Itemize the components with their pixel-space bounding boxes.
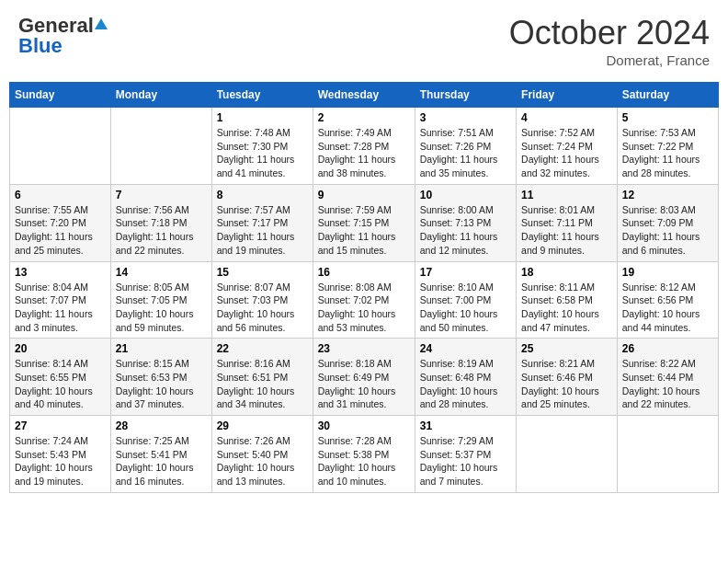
day-number: 8	[217, 189, 308, 201]
day-number: 16	[318, 266, 410, 279]
calendar-cell: 29 Sunrise: 7:26 AMSunset: 5:40 PMDaylig…	[211, 416, 313, 493]
calendar-cell	[617, 416, 718, 493]
calendar-cell: 19 Sunrise: 8:12 AMSunset: 6:56 PMDaylig…	[617, 261, 718, 339]
day-number: 12	[622, 189, 713, 201]
calendar-cell: 3 Sunrise: 7:51 AMSunset: 7:26 PMDayligh…	[415, 108, 516, 185]
day-info: Sunrise: 8:12 AMSunset: 6:56 PMDaylight:…	[622, 281, 713, 335]
day-number: 31	[420, 419, 511, 432]
day-info: Sunrise: 8:00 AMSunset: 7:13 PMDaylight:…	[420, 203, 511, 258]
day-info: Sunrise: 8:05 AMSunset: 7:05 PMDaylight:…	[116, 281, 207, 335]
day-info: Sunrise: 8:01 AMSunset: 7:11 PMDaylight:…	[521, 203, 612, 258]
calendar-cell	[10, 108, 111, 185]
calendar-cell: 1 Sunrise: 7:48 AMSunset: 7:30 PMDayligh…	[211, 108, 313, 185]
month-title: October 2024	[509, 14, 710, 52]
day-info: Sunrise: 7:25 AMSunset: 5:41 PMDaylight:…	[116, 434, 207, 488]
day-info: Sunrise: 8:10 AMSunset: 7:00 PMDaylight:…	[420, 281, 511, 335]
day-info: Sunrise: 7:28 AMSunset: 5:38 PMDaylight:…	[318, 434, 410, 488]
day-number: 9	[318, 189, 410, 201]
day-number: 3	[420, 111, 511, 124]
calendar-week-row: 6 Sunrise: 7:55 AMSunset: 7:20 PMDayligh…	[10, 184, 719, 261]
calendar-cell: 16 Sunrise: 8:08 AMSunset: 7:02 PMDaylig…	[313, 261, 415, 339]
calendar-cell: 15 Sunrise: 8:07 AMSunset: 7:03 PMDaylig…	[211, 261, 313, 339]
calendar-table: SundayMondayTuesdayWednesdayThursdayFrid…	[9, 82, 719, 493]
weekday-header: Friday	[517, 83, 618, 108]
day-info: Sunrise: 7:53 AMSunset: 7:22 PMDaylight:…	[622, 126, 713, 180]
calendar-cell: 28 Sunrise: 7:25 AMSunset: 5:41 PMDaylig…	[110, 416, 211, 493]
day-info: Sunrise: 8:19 AMSunset: 6:48 PMDaylight:…	[420, 357, 511, 411]
day-number: 2	[318, 111, 410, 124]
day-number: 11	[521, 189, 612, 201]
logo-triangle-icon	[95, 18, 108, 29]
calendar-cell: 31 Sunrise: 7:29 AMSunset: 5:37 PMDaylig…	[415, 416, 516, 493]
day-number: 20	[15, 342, 106, 355]
calendar-cell: 30 Sunrise: 7:28 AMSunset: 5:38 PMDaylig…	[313, 416, 415, 493]
calendar-cell: 24 Sunrise: 8:19 AMSunset: 6:48 PMDaylig…	[415, 339, 516, 416]
day-info: Sunrise: 8:18 AMSunset: 6:49 PMDaylight:…	[318, 357, 410, 411]
day-info: Sunrise: 8:16 AMSunset: 6:51 PMDaylight:…	[217, 357, 308, 411]
logo: General Blue	[18, 14, 109, 58]
calendar-cell: 18 Sunrise: 8:11 AMSunset: 6:58 PMDaylig…	[517, 261, 618, 339]
calendar-cell: 20 Sunrise: 8:14 AMSunset: 6:55 PMDaylig…	[10, 339, 111, 416]
logo-blue: Blue	[18, 34, 63, 58]
calendar-cell: 22 Sunrise: 8:16 AMSunset: 6:51 PMDaylig…	[211, 339, 313, 416]
calendar-cell: 2 Sunrise: 7:49 AMSunset: 7:28 PMDayligh…	[313, 108, 415, 185]
calendar-week-row: 20 Sunrise: 8:14 AMSunset: 6:55 PMDaylig…	[10, 339, 719, 416]
day-info: Sunrise: 8:22 AMSunset: 6:44 PMDaylight:…	[622, 357, 713, 411]
calendar-cell: 17 Sunrise: 8:10 AMSunset: 7:00 PMDaylig…	[415, 261, 516, 339]
weekday-header: Saturday	[617, 83, 718, 108]
calendar-cell: 11 Sunrise: 8:01 AMSunset: 7:11 PMDaylig…	[517, 184, 618, 261]
calendar-cell: 14 Sunrise: 8:05 AMSunset: 7:05 PMDaylig…	[110, 261, 211, 339]
calendar-week-row: 1 Sunrise: 7:48 AMSunset: 7:30 PMDayligh…	[10, 108, 719, 185]
calendar-cell: 13 Sunrise: 8:04 AMSunset: 7:07 PMDaylig…	[10, 261, 111, 339]
calendar-cell: 26 Sunrise: 8:22 AMSunset: 6:44 PMDaylig…	[617, 339, 718, 416]
day-info: Sunrise: 7:26 AMSunset: 5:40 PMDaylight:…	[217, 434, 308, 488]
day-info: Sunrise: 8:11 AMSunset: 6:58 PMDaylight:…	[521, 281, 612, 335]
page-header: General Blue October 2024 Domerat, Franc…	[9, 9, 719, 73]
day-info: Sunrise: 7:57 AMSunset: 7:17 PMDaylight:…	[217, 203, 308, 258]
day-info: Sunrise: 8:07 AMSunset: 7:03 PMDaylight:…	[217, 281, 308, 335]
day-number: 22	[217, 342, 308, 355]
calendar-cell: 12 Sunrise: 8:03 AMSunset: 7:09 PMDaylig…	[617, 184, 718, 261]
calendar-week-row: 27 Sunrise: 7:24 AMSunset: 5:43 PMDaylig…	[10, 416, 719, 493]
day-number: 14	[116, 266, 207, 279]
day-number: 24	[420, 342, 511, 355]
day-number: 6	[15, 189, 106, 201]
day-number: 17	[420, 266, 511, 279]
day-info: Sunrise: 8:15 AMSunset: 6:53 PMDaylight:…	[116, 357, 207, 411]
day-info: Sunrise: 7:52 AMSunset: 7:24 PMDaylight:…	[521, 126, 612, 180]
day-number: 5	[622, 111, 713, 124]
day-info: Sunrise: 7:51 AMSunset: 7:26 PMDaylight:…	[420, 126, 511, 180]
weekday-header: Monday	[110, 83, 211, 108]
day-number: 1	[217, 111, 308, 124]
day-number: 27	[15, 419, 106, 432]
day-info: Sunrise: 7:24 AMSunset: 5:43 PMDaylight:…	[15, 434, 106, 488]
calendar-cell	[110, 108, 211, 185]
calendar-cell: 21 Sunrise: 8:15 AMSunset: 6:53 PMDaylig…	[110, 339, 211, 416]
day-number: 19	[622, 266, 713, 279]
day-number: 30	[318, 419, 410, 432]
calendar-cell: 9 Sunrise: 7:59 AMSunset: 7:15 PMDayligh…	[313, 184, 415, 261]
calendar-cell: 23 Sunrise: 8:18 AMSunset: 6:49 PMDaylig…	[313, 339, 415, 416]
calendar-cell: 6 Sunrise: 7:55 AMSunset: 7:20 PMDayligh…	[10, 184, 111, 261]
day-number: 10	[420, 189, 511, 201]
day-number: 28	[116, 419, 207, 432]
calendar-cell: 8 Sunrise: 7:57 AMSunset: 7:17 PMDayligh…	[211, 184, 313, 261]
day-number: 13	[15, 266, 106, 279]
day-info: Sunrise: 7:48 AMSunset: 7:30 PMDaylight:…	[217, 126, 308, 180]
calendar-cell: 27 Sunrise: 7:24 AMSunset: 5:43 PMDaylig…	[10, 416, 111, 493]
day-info: Sunrise: 8:04 AMSunset: 7:07 PMDaylight:…	[15, 281, 106, 335]
day-number: 15	[217, 266, 308, 279]
day-number: 4	[521, 111, 612, 124]
weekday-header: Thursday	[415, 83, 516, 108]
calendar-cell: 25 Sunrise: 8:21 AMSunset: 6:46 PMDaylig…	[517, 339, 618, 416]
day-info: Sunrise: 7:55 AMSunset: 7:20 PMDaylight:…	[15, 203, 106, 258]
calendar-cell: 4 Sunrise: 7:52 AMSunset: 7:24 PMDayligh…	[517, 108, 618, 185]
weekday-header: Tuesday	[211, 83, 313, 108]
day-number: 29	[217, 419, 308, 432]
title-area: October 2024 Domerat, France	[509, 14, 710, 68]
day-info: Sunrise: 8:21 AMSunset: 6:46 PMDaylight:…	[521, 357, 612, 411]
location: Domerat, France	[509, 52, 710, 68]
weekday-header: Sunday	[10, 83, 111, 108]
day-info: Sunrise: 7:59 AMSunset: 7:15 PMDaylight:…	[318, 203, 410, 258]
day-info: Sunrise: 7:56 AMSunset: 7:18 PMDaylight:…	[116, 203, 207, 258]
